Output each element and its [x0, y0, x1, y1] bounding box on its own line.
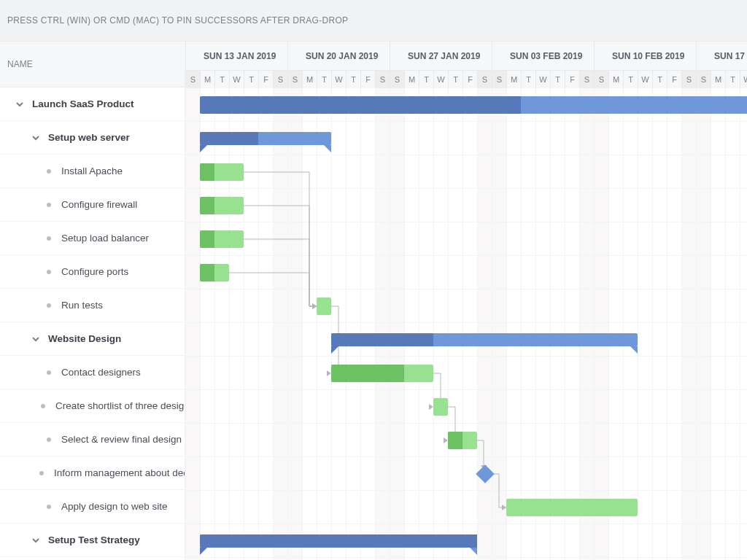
- tree-row-t23[interactable]: Select & review final design: [0, 423, 185, 456]
- day-header[interactable]: W: [638, 71, 652, 88]
- day-header[interactable]: S: [492, 71, 506, 88]
- week-header[interactable]: SUN 03 FEB 2019: [492, 42, 594, 71]
- hint-bar: PRESS CTRL (WIN) OR CMD (MAC) TO PIN SUC…: [0, 0, 747, 41]
- gantt-bar-t15[interactable]: [317, 298, 331, 315]
- day-header[interactable]: T: [521, 71, 535, 88]
- bullet-icon: [39, 471, 44, 475]
- hint-text: PRESS CTRL (WIN) OR CMD (MAC) TO PIN SUC…: [7, 15, 348, 26]
- gantt-bar-g1[interactable]: [200, 132, 331, 145]
- day-header[interactable]: W: [535, 71, 550, 88]
- day-header[interactable]: W: [433, 71, 448, 88]
- tree-row-g3[interactable]: Setup Test Strategy: [0, 524, 185, 557]
- day-header[interactable]: T: [419, 71, 433, 88]
- day-header[interactable]: W: [229, 71, 244, 88]
- gantt-bar-g2[interactable]: [331, 333, 638, 346]
- day-header[interactable]: F: [258, 71, 273, 88]
- day-header[interactable]: T: [244, 71, 258, 88]
- day-header[interactable]: T: [346, 71, 360, 88]
- timeline[interactable]: SUN 13 JAN 2019SUN 20 JAN 2019SUN 27 JAN…: [185, 41, 747, 560]
- tree-row-t13[interactable]: Setup load balancer: [0, 222, 185, 255]
- tree-row-t12[interactable]: Configure firewall: [0, 188, 185, 222]
- column-header-name-label: NAME: [7, 59, 33, 69]
- day-header[interactable]: T: [317, 71, 331, 88]
- gantt-bars: [185, 88, 747, 560]
- tree-row-g1[interactable]: Setup web server: [0, 121, 185, 155]
- gantt-bar-t25[interactable]: [506, 499, 638, 516]
- week-header-label: SUN 17: [714, 51, 745, 61]
- week-header-label: SUN 10 FEB 2019: [612, 51, 684, 61]
- day-header[interactable]: M: [200, 71, 214, 88]
- chevron-down-icon[interactable]: [31, 133, 41, 143]
- gantt-bar-progress: [200, 230, 214, 248]
- day-header[interactable]: F: [360, 71, 375, 88]
- day-header[interactable]: S: [594, 71, 608, 88]
- gantt-bar-t11[interactable]: [200, 163, 244, 181]
- gantt-bar-t13[interactable]: [200, 230, 244, 248]
- week-header-label: SUN 13 JAN 2019: [204, 51, 276, 61]
- day-header[interactable]: M: [404, 71, 419, 88]
- tree-row-t11[interactable]: Install Apache: [0, 155, 185, 188]
- week-header[interactable]: SUN 27 JAN 2019: [390, 42, 492, 71]
- day-header[interactable]: S: [375, 71, 390, 88]
- chevron-down-icon[interactable]: [31, 535, 41, 545]
- tree-row-g2[interactable]: Website Design: [0, 322, 185, 356]
- day-header[interactable]: F: [667, 71, 681, 88]
- tree-row-root[interactable]: Launch SaaS Product: [0, 88, 185, 121]
- gantt-bar-g3[interactable]: [200, 534, 477, 548]
- day-header[interactable]: S: [696, 71, 711, 88]
- gantt-bar-t23[interactable]: [448, 432, 477, 449]
- tree-row-label: Setup load balancer: [61, 233, 149, 244]
- bullet-icon: [47, 505, 51, 509]
- day-header[interactable]: W: [740, 71, 747, 88]
- day-header[interactable]: S: [273, 71, 287, 88]
- day-header[interactable]: S: [681, 71, 696, 88]
- day-header[interactable]: F: [462, 71, 477, 88]
- gantt-bar-progress: [448, 432, 462, 449]
- column-header-name[interactable]: NAME: [0, 41, 185, 88]
- gantt-bar-progress: [331, 333, 433, 346]
- bullet-icon: [47, 438, 51, 442]
- task-tree: NAME Launch SaaS ProductSetup web server…: [0, 41, 185, 560]
- day-header[interactable]: S: [287, 71, 302, 88]
- week-header[interactable]: SUN 17: [696, 42, 747, 71]
- task-tree-body: Launch SaaS ProductSetup web serverInsta…: [0, 88, 185, 557]
- week-header[interactable]: SUN 13 JAN 2019: [185, 42, 287, 71]
- tree-row-label: Install Apache: [61, 166, 123, 176]
- tree-row-m24[interactable]: Inform management about decision: [0, 456, 185, 490]
- day-header[interactable]: T: [214, 71, 229, 88]
- gantt-bar-t12[interactable]: [200, 197, 244, 214]
- day-header[interactable]: M: [506, 71, 521, 88]
- day-header[interactable]: W: [331, 71, 346, 88]
- chevron-down-icon[interactable]: [15, 99, 25, 109]
- day-header[interactable]: T: [623, 71, 638, 88]
- chevron-down-icon[interactable]: [31, 334, 41, 344]
- day-header[interactable]: T: [550, 71, 565, 88]
- day-header[interactable]: T: [725, 71, 740, 88]
- tree-row-t22[interactable]: Create shortlist of three designers: [0, 389, 185, 423]
- day-header[interactable]: M: [302, 71, 317, 88]
- week-header[interactable]: SUN 20 JAN 2019: [287, 42, 390, 71]
- day-header[interactable]: S: [579, 71, 594, 88]
- day-header[interactable]: S: [477, 71, 492, 88]
- bullet-icon: [47, 169, 51, 174]
- tree-row-t25[interactable]: Apply design to web site: [0, 490, 185, 524]
- day-header[interactable]: S: [390, 71, 404, 88]
- timeline-days: SMTWTFSSMTWTFSSMTWTFSSMTWTFSSMTWTFSSMTWT: [185, 71, 747, 88]
- tree-row-t21[interactable]: Contact designers: [0, 356, 185, 389]
- tree-row-t15[interactable]: Run tests: [0, 289, 185, 322]
- tree-row-label: Select & review final design: [61, 434, 182, 445]
- gantt-bar-t22[interactable]: [433, 398, 448, 416]
- day-header[interactable]: M: [608, 71, 623, 88]
- day-header[interactable]: T: [448, 71, 462, 88]
- day-header[interactable]: F: [565, 71, 579, 88]
- day-header[interactable]: M: [711, 71, 725, 88]
- tree-row-t14[interactable]: Configure ports: [0, 255, 185, 289]
- day-header[interactable]: T: [652, 71, 667, 88]
- gantt-bar-t21[interactable]: [331, 365, 433, 382]
- week-header[interactable]: SUN 10 FEB 2019: [594, 42, 696, 71]
- gantt-bar-root[interactable]: [200, 96, 747, 114]
- gantt-milestone-m24[interactable]: [476, 464, 494, 483]
- tree-row-label: Launch SaaS Product: [32, 98, 134, 109]
- day-header[interactable]: S: [185, 71, 200, 88]
- gantt-bar-t14[interactable]: [200, 264, 229, 281]
